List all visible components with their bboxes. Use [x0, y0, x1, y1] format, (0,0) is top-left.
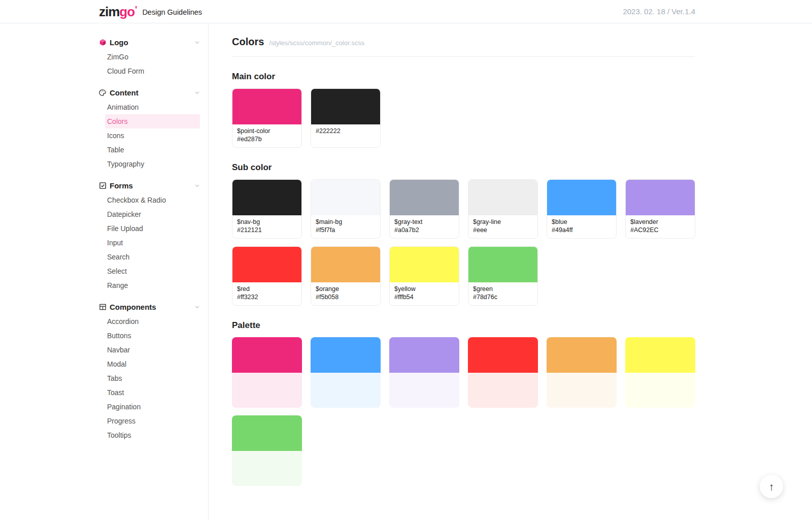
color-hex-value: #78d76c — [473, 294, 533, 302]
palette-solid-swatch — [468, 337, 538, 373]
sidebar-item-animation[interactable]: Animation — [105, 100, 200, 114]
sidebar-section-header-content[interactable]: Content — [99, 86, 200, 99]
sidebar-item-table[interactable]: Table — [105, 143, 200, 157]
sidebar-item-tooltips[interactable]: Tooltips — [105, 428, 200, 442]
color-card-222222: #222222 — [311, 88, 381, 148]
color-card-lavender: $lavender#AC92EC — [625, 179, 695, 239]
color-variable-name: $orange — [316, 285, 376, 294]
sidebar-item-select[interactable]: Select — [105, 264, 200, 278]
color-swatch — [468, 247, 537, 282]
scroll-to-top-button[interactable]: ↑ — [760, 475, 783, 498]
sidebar-section-content: ContentAnimationColorsIconsTableTypograp… — [99, 86, 200, 171]
sidebar-item-toast[interactable]: Toast — [105, 385, 200, 400]
color-variable-name: $green — [473, 285, 533, 294]
arrow-up-icon: ↑ — [769, 481, 774, 492]
color-hex-value: #f5f7fa — [316, 226, 376, 235]
sidebar-item-checkbox-radio[interactable]: Checkbox & Radio — [105, 193, 200, 207]
color-card-orange: $orange#f5b058 — [311, 246, 381, 306]
section-title-palette: Palette — [232, 320, 812, 331]
color-variable-name: $lavender — [630, 218, 690, 226]
palette-tint-swatch — [232, 451, 302, 486]
palette-cards — [232, 337, 695, 486]
main-content: Colors /styles/scss/common/_color.scss M… — [209, 23, 812, 520]
color-swatch — [311, 180, 380, 215]
sidebar-item-pagination[interactable]: Pagination — [105, 400, 200, 414]
sidebar-item-file-upload[interactable]: File Upload — [105, 221, 200, 236]
color-card-label: #222222 — [311, 124, 380, 147]
sidebar-section-forms: FormsCheckbox & RadioDatepickerFile Uplo… — [99, 179, 200, 292]
sidebar-item-search[interactable]: Search — [105, 250, 200, 264]
color-hex-value: #222222 — [316, 127, 376, 136]
chevron-down-icon — [194, 304, 200, 310]
page-head: Colors /styles/scss/common/_color.scss — [232, 36, 812, 48]
divider — [232, 56, 695, 57]
sidebar-item-progress[interactable]: Progress — [105, 414, 200, 428]
color-swatch — [390, 180, 459, 215]
palette-tint-swatch — [625, 373, 695, 408]
color-card-label: $green#78d76c — [468, 282, 537, 305]
sidebar-section-logo: LogoZimGoCloud Form — [99, 36, 200, 78]
palette-solid-swatch — [311, 337, 381, 373]
color-card-main-bg: $main-bg#f5f7fa — [311, 179, 381, 239]
color-variable-name: $yellow — [394, 285, 454, 294]
color-variable-name: $point-color — [237, 127, 297, 136]
color-hex-value: #AC92EC — [630, 226, 690, 235]
color-swatch — [311, 89, 380, 124]
sidebar-item-datepicker[interactable]: Datepicker — [105, 207, 200, 221]
palette-card-78d76c — [232, 415, 302, 486]
sidebar-item-icons[interactable]: Icons — [105, 128, 200, 143]
palette-card-ac92ec — [389, 337, 459, 408]
color-variable-name: $gray-text — [394, 218, 454, 226]
color-card-label: $gray-text#a0a7b2 — [390, 215, 459, 238]
palette-tint-swatch — [468, 373, 538, 408]
color-swatch — [232, 247, 301, 282]
color-hex-value: #fffb54 — [394, 294, 454, 302]
color-card-gray-text: $gray-text#a0a7b2 — [389, 179, 459, 239]
sidebar-item-buttons[interactable]: Buttons — [105, 329, 200, 343]
sidebar-item-typography[interactable]: Typography — [105, 157, 200, 171]
sidebar-item-modal[interactable]: Modal — [105, 357, 200, 371]
color-card-gray-line: $gray-line#eee — [468, 179, 538, 239]
header-subtitle: Design Guidelines — [142, 7, 202, 16]
sidebar-section-label: Components — [110, 303, 156, 311]
color-swatch — [311, 247, 380, 282]
color-variable-name: $blue — [552, 218, 612, 226]
section-title-sub-color: Sub color — [232, 162, 812, 173]
color-card-label: $nav-bg#212121 — [232, 215, 301, 238]
sidebar-item-cloud-form[interactable]: Cloud Form — [105, 64, 200, 78]
app-logo[interactable]: zimgo' — [99, 5, 137, 18]
color-card-green: $green#78d76c — [468, 246, 538, 306]
header-version: 2023. 02. 18 / Ver.1.4 — [623, 7, 695, 16]
section-main-color: Main color $point-color#ed287b#222222 — [232, 72, 812, 148]
sidebar-item-colors[interactable]: Colors — [105, 114, 200, 128]
palette-tint-swatch — [389, 373, 459, 408]
sidebar-section-header-forms[interactable]: Forms — [99, 179, 200, 191]
color-variable-name: $red — [237, 285, 297, 294]
sidebar-item-range[interactable]: Range — [105, 278, 200, 292]
app-header: zimgo' Design Guidelines 2023. 02. 18 / … — [0, 0, 812, 23]
sidebar-section-header-components[interactable]: Components — [99, 301, 200, 313]
sidebar-section-label: Content — [110, 88, 139, 97]
color-swatch — [547, 180, 616, 215]
section-palette: Palette — [232, 320, 812, 486]
color-card-label: $yellow#fffb54 — [390, 282, 459, 305]
palette-tint-swatch — [232, 373, 302, 408]
checkbox-icon — [99, 182, 107, 189]
sidebar-item-navbar[interactable]: Navbar — [105, 343, 200, 357]
sidebar-item-input[interactable]: Input — [105, 236, 200, 250]
grid-icon — [99, 303, 107, 311]
page-path: /styles/scss/common/_color.scss — [269, 39, 364, 47]
sidebar-section-header-logo[interactable]: Logo — [99, 36, 200, 48]
logo-mark: ' — [135, 5, 137, 15]
color-hex-value: #ed287b — [237, 136, 297, 144]
sidebar-item-zimgo[interactable]: ZimGo — [105, 50, 200, 64]
color-card-label: $blue#49a4ff — [547, 215, 616, 238]
palette-solid-swatch — [232, 415, 302, 451]
color-swatch — [390, 247, 459, 282]
palette-card-ff3232 — [468, 337, 538, 408]
section-title-main-color: Main color — [232, 72, 812, 82]
palette-tint-swatch — [547, 373, 617, 408]
color-hex-value: #212121 — [237, 226, 297, 235]
sidebar-item-tabs[interactable]: Tabs — [105, 371, 200, 385]
sidebar-item-accordion[interactable]: Accordion — [105, 314, 200, 329]
